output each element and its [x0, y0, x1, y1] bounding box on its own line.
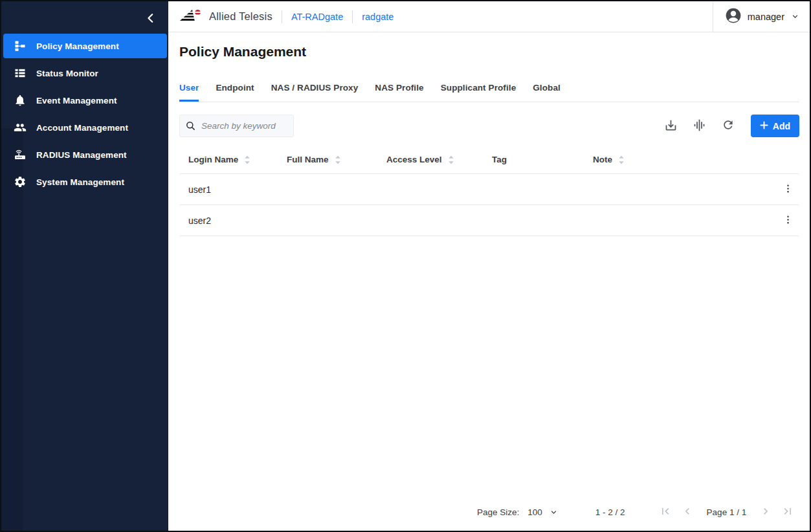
sort-icon	[243, 155, 251, 165]
tab-bar: User Endpoint NAS / RADIUS Proxy NAS Pro…	[179, 69, 799, 102]
last-page-button[interactable]	[779, 503, 797, 521]
refresh-button[interactable]	[717, 115, 739, 137]
column-header-access-level[interactable]: Access Level	[386, 155, 492, 165]
column-label: Full Name	[287, 155, 329, 164]
next-page-button[interactable]	[757, 503, 775, 521]
bell-icon	[13, 94, 27, 107]
sidebar-item-radius-management[interactable]: RADIUS Management	[3, 142, 167, 167]
chevron-down-icon	[549, 507, 559, 517]
breadcrumb-divider	[352, 10, 353, 23]
sort-icon	[617, 155, 625, 165]
column-header-note[interactable]: Note	[593, 155, 776, 165]
page-size-group: Page Size: 100	[477, 507, 559, 517]
sidebar-item-label: Policy Management	[36, 41, 119, 51]
sidebar-item-label: Account Management	[36, 123, 128, 133]
kebab-menu-icon	[783, 214, 794, 227]
sidebar-item-label: System Management	[36, 177, 124, 187]
page-title: Policy Management	[179, 43, 799, 60]
previous-page-button[interactable]	[678, 503, 696, 521]
sidebar-item-label: RADIUS Management	[36, 150, 127, 160]
sidebar-item-policy-management[interactable]: Policy Management	[3, 34, 167, 58]
column-header-login-name[interactable]: Login Name	[188, 155, 287, 165]
tab-user[interactable]: User	[179, 69, 199, 102]
pager-controls: Page 1 / 1	[656, 503, 797, 521]
refresh-icon	[722, 118, 735, 133]
page-size-select[interactable]: 100	[528, 507, 559, 517]
search-input[interactable]	[179, 115, 294, 137]
column-header-full-name[interactable]: Full Name	[287, 155, 386, 165]
download-button[interactable]	[660, 115, 682, 137]
column-label: Login Name	[188, 155, 238, 164]
equalizer-icon	[693, 118, 706, 134]
last-page-icon	[781, 505, 794, 520]
account-circle-icon	[725, 7, 742, 27]
chevron-down-icon	[790, 12, 800, 21]
tab-endpoint[interactable]: Endpoint	[216, 69, 254, 102]
sort-icon	[334, 155, 342, 165]
first-page-button[interactable]	[656, 503, 674, 521]
add-button-label: Add	[773, 121, 790, 131]
column-label: Tag	[492, 155, 507, 164]
cell-login-name: user1	[188, 184, 287, 195]
search-box	[179, 115, 294, 137]
top-bar: Allied Telesis AT-RADgate radgate manage…	[168, 1, 810, 32]
table-toolbar: Add	[179, 115, 799, 137]
user-name: manager	[748, 12, 784, 22]
chevron-left-icon	[681, 505, 694, 520]
pagination-bar: Page Size: 100 1 - 2 / 2	[179, 497, 799, 527]
router-icon	[13, 148, 27, 162]
user-menu[interactable]: manager	[713, 1, 810, 32]
first-page-icon	[659, 505, 672, 520]
allied-telesis-logo-icon	[179, 7, 204, 27]
sort-icon	[447, 155, 455, 165]
plus-icon	[760, 121, 768, 131]
download-icon	[664, 118, 678, 134]
page-content: Policy Management User Endpoint NAS / RA…	[168, 32, 810, 531]
tab-nas-profile[interactable]: NAS Profile	[375, 69, 423, 102]
tab-nas-radius-proxy[interactable]: NAS / RADIUS Proxy	[271, 69, 359, 102]
sidebar-item-label: Event Management	[36, 96, 117, 105]
sidebar-collapse-button[interactable]	[141, 10, 161, 29]
sidebar: Policy Management Status Monitor Event M…	[1, 1, 168, 531]
cell-login-name: user2	[188, 216, 287, 226]
list-icon	[13, 67, 27, 80]
column-label: Note	[593, 155, 612, 164]
brand-logo: Allied Telesis	[179, 7, 272, 27]
kebab-menu-icon	[783, 183, 794, 196]
page-size-value: 100	[528, 507, 542, 517]
sidebar-nav: Policy Management Status Monitor Event M…	[1, 34, 168, 197]
gear-icon	[13, 175, 27, 189]
row-range-indicator: 1 - 2 / 2	[595, 507, 625, 517]
breadcrumb-product-link[interactable]: AT-RADgate	[291, 12, 343, 22]
tab-global[interactable]: Global	[533, 69, 561, 102]
sidebar-item-status-monitor[interactable]: Status Monitor	[3, 61, 167, 85]
chevron-left-icon	[145, 12, 157, 27]
row-actions-button[interactable]	[779, 212, 797, 230]
people-icon	[13, 121, 27, 135]
add-button[interactable]: Add	[751, 115, 799, 137]
equalizer-button[interactable]	[689, 115, 711, 137]
page-indicator: Page 1 / 1	[707, 507, 747, 517]
column-header-tag: Tag	[492, 155, 593, 164]
row-actions-button[interactable]	[779, 181, 797, 199]
page-size-label: Page Size:	[477, 507, 519, 517]
table-row[interactable]: user1	[179, 174, 799, 205]
chevron-right-icon	[759, 505, 772, 520]
breadcrumb-divider	[282, 10, 282, 23]
sidebar-item-event-management[interactable]: Event Management	[3, 88, 167, 113]
main-area: Allied Telesis AT-RADgate radgate manage…	[168, 1, 810, 531]
table-row[interactable]: user2	[179, 205, 799, 236]
sidebar-item-system-management[interactable]: System Management	[3, 170, 167, 194]
brand-name: Allied Telesis	[209, 10, 272, 23]
schema-icon	[13, 39, 27, 53]
toolbar-actions: Add	[660, 115, 799, 137]
column-label: Access Level	[386, 155, 442, 164]
breadcrumb-section-link[interactable]: radgate	[362, 12, 394, 22]
tab-supplicant-profile[interactable]: Supplicant Profile	[441, 69, 517, 102]
sidebar-item-label: Status Monitor	[36, 69, 98, 78]
table-header-row: Login Name Full Name Access Level Tag No…	[179, 146, 799, 174]
sidebar-item-account-management[interactable]: Account Management	[3, 115, 167, 140]
